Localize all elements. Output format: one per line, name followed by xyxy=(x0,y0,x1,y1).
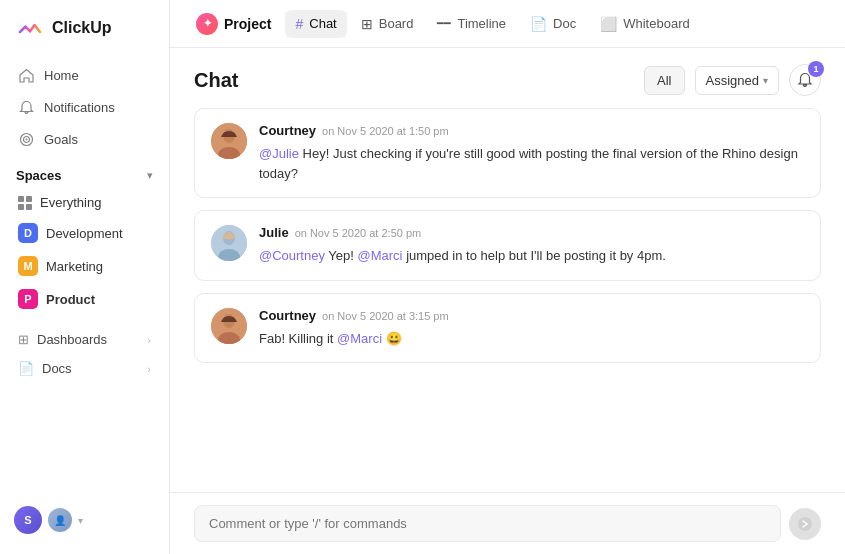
send-icon xyxy=(797,516,813,532)
topnav-timeline[interactable]: ━━ Timeline xyxy=(427,10,516,37)
message-text-1: @Julie Hey! Just checking if you're stil… xyxy=(259,144,804,183)
topnav-board-label: Board xyxy=(379,16,414,31)
topnav-doc[interactable]: 📄 Doc xyxy=(520,10,586,38)
chat-title: Chat xyxy=(194,69,238,92)
filter-assigned-label: Assigned xyxy=(706,73,759,88)
docs-icon: 📄 xyxy=(18,361,34,376)
hash-icon: # xyxy=(295,16,303,32)
message-time-2: on Nov 5 2020 at 2:50 pm xyxy=(295,227,422,239)
topnav-chat-label: Chat xyxy=(309,16,336,31)
logo-text: ClickUp xyxy=(52,19,112,37)
filter-all-button[interactable]: All xyxy=(644,66,684,95)
message-content-3: Courtney on Nov 5 2020 at 3:15 pm Fab! K… xyxy=(259,308,804,349)
development-dot: D xyxy=(18,223,38,243)
message-item: Courtney on Nov 5 2020 at 1:50 pm @Julie… xyxy=(194,108,821,198)
topnav-chat[interactable]: # Chat xyxy=(285,10,346,38)
sidebar-item-docs[interactable]: 📄 Docs › xyxy=(8,354,161,383)
grid-everything-icon xyxy=(18,196,32,210)
topnav-project[interactable]: ✦ Project xyxy=(186,7,281,41)
send-button[interactable] xyxy=(789,508,821,540)
topnav-board[interactable]: ⊞ Board xyxy=(351,10,424,38)
spaces-title: Spaces xyxy=(16,168,62,183)
topnav: ✦ Project # Chat ⊞ Board ━━ Timeline 📄 D… xyxy=(170,0,845,48)
topnav-whiteboard-label: Whiteboard xyxy=(623,16,689,31)
message-content-2: Julie on Nov 5 2020 at 2:50 pm @Courtney… xyxy=(259,225,804,266)
chat-area: Chat All Assigned ▾ 1 xyxy=(170,48,845,554)
spaces-chevron-icon[interactable]: ▾ xyxy=(147,169,153,182)
sidebar-item-notifications[interactable]: Notifications xyxy=(8,92,161,122)
timeline-icon: ━━ xyxy=(437,17,451,30)
spaces-section: Spaces ▾ xyxy=(0,158,169,187)
message-body-1: Hey! Just checking if you're still good … xyxy=(259,146,798,181)
clickup-logo-icon xyxy=(16,14,44,42)
julie-avatar-img xyxy=(211,225,247,261)
sidebar-item-marketing-label: Marketing xyxy=(46,259,103,274)
home-icon xyxy=(18,67,34,83)
sidebar-nav: Home Notifications Goals xyxy=(0,56,169,158)
sidebar-item-notifications-label: Notifications xyxy=(44,100,115,115)
courtney-avatar-img-2 xyxy=(211,308,247,344)
message-meta-2: Julie on Nov 5 2020 at 2:50 pm xyxy=(259,225,804,240)
chat-header: Chat All Assigned ▾ 1 xyxy=(170,48,845,108)
user-chevron-icon[interactable]: ▾ xyxy=(78,515,83,526)
comment-input-area xyxy=(170,492,845,554)
message-item: Courtney on Nov 5 2020 at 3:15 pm Fab! K… xyxy=(194,293,821,364)
dashboards-arrow-icon: › xyxy=(147,334,151,346)
message-author-3: Courtney xyxy=(259,308,316,323)
user-avatar[interactable]: S xyxy=(14,506,42,534)
sidebar-item-goals[interactable]: Goals xyxy=(8,124,161,154)
main-content: ✦ Project # Chat ⊞ Board ━━ Timeline 📄 D… xyxy=(170,0,845,554)
sidebar-item-product[interactable]: P Product xyxy=(8,283,161,315)
message-meta-3: Courtney on Nov 5 2020 at 3:15 pm xyxy=(259,308,804,323)
sidebar-item-development-label: Development xyxy=(46,226,123,241)
sidebar-item-dashboards[interactable]: ⊞ Dashboards › xyxy=(8,325,161,354)
topnav-project-label: Project xyxy=(224,16,271,32)
topnav-doc-label: Doc xyxy=(553,16,576,31)
mention-julie: @Julie xyxy=(259,146,299,161)
logo: ClickUp xyxy=(0,0,169,56)
sidebar-item-everything[interactable]: Everything xyxy=(8,189,161,216)
message-avatar-courtney xyxy=(211,123,247,159)
chat-header-right: All Assigned ▾ 1 xyxy=(644,64,821,96)
message-author-2: Julie xyxy=(259,225,289,240)
message-avatar-courtney-2 xyxy=(211,308,247,344)
marketing-dot: M xyxy=(18,256,38,276)
filter-assigned-dropdown[interactable]: Assigned ▾ xyxy=(695,66,779,95)
message-text-2: @Courtney Yep! @Marci jumped in to help … xyxy=(259,246,804,266)
whiteboard-icon: ⬜ xyxy=(600,16,617,32)
message-body-2a: Yep! xyxy=(328,248,357,263)
svg-point-12 xyxy=(798,517,812,531)
sidebar-item-product-label: Product xyxy=(46,292,95,307)
message-body-3a: Fab! Killing it xyxy=(259,331,337,346)
project-icon: ✦ xyxy=(196,13,218,35)
sidebar-item-marketing[interactable]: M Marketing xyxy=(8,250,161,282)
sidebar-bottom: ⊞ Dashboards › 📄 Docs › xyxy=(0,317,169,383)
topnav-timeline-label: Timeline xyxy=(457,16,506,31)
message-meta-1: Courtney on Nov 5 2020 at 1:50 pm xyxy=(259,123,804,138)
messages-list: Courtney on Nov 5 2020 at 1:50 pm @Julie… xyxy=(170,108,845,492)
message-content-1: Courtney on Nov 5 2020 at 1:50 pm @Julie… xyxy=(259,123,804,183)
mention-marci: @Marci xyxy=(358,248,403,263)
sidebar-item-dashboards-label: Dashboards xyxy=(37,332,107,347)
message-item: Julie on Nov 5 2020 at 2:50 pm @Courtney… xyxy=(194,210,821,281)
svg-point-2 xyxy=(25,138,27,140)
chevron-down-icon: ▾ xyxy=(763,75,768,86)
board-icon: ⊞ xyxy=(361,16,373,32)
product-dot: P xyxy=(18,289,38,309)
mention-marci-2: @Marci xyxy=(337,331,382,346)
secondary-avatar: 👤 xyxy=(48,508,72,532)
topnav-whiteboard[interactable]: ⬜ Whiteboard xyxy=(590,10,699,38)
dashboards-icon: ⊞ xyxy=(18,332,29,347)
message-author-1: Courtney xyxy=(259,123,316,138)
comment-input[interactable] xyxy=(194,505,781,542)
bell-icon xyxy=(18,99,34,115)
message-body-2b: jumped in to help but I'll be posting it… xyxy=(406,248,666,263)
sidebar-item-development[interactable]: D Development xyxy=(8,217,161,249)
mention-courtney: @Courtney xyxy=(259,248,325,263)
sidebar-item-home[interactable]: Home xyxy=(8,60,161,90)
notification-bell-button[interactable]: 1 xyxy=(789,64,821,96)
courtney-avatar-img xyxy=(211,123,247,159)
sidebar-footer: S 👤 ▾ xyxy=(0,496,169,544)
docs-arrow-icon: › xyxy=(147,363,151,375)
goals-icon xyxy=(18,131,34,147)
